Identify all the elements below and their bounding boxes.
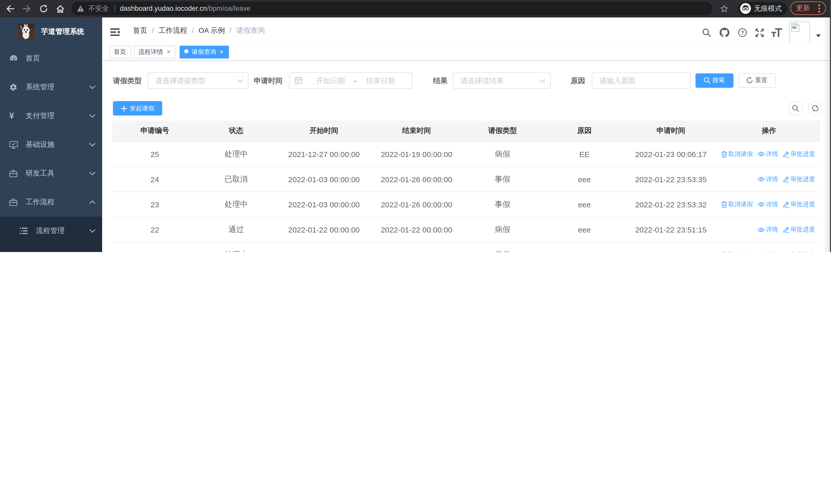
svg-text:?: ? [741,30,744,35]
